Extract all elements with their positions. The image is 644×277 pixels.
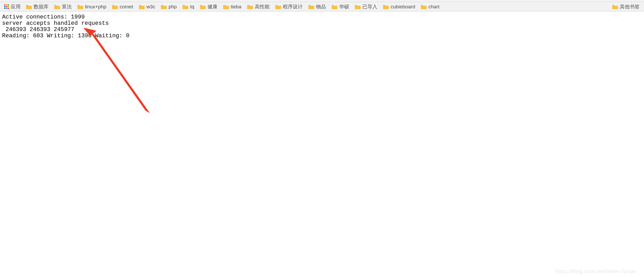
folder-icon (332, 4, 337, 9)
folder-icon (77, 4, 83, 9)
folder-icon (612, 4, 618, 9)
bookmark-folder-items[interactable]: 物品 (306, 3, 329, 11)
folder-icon (139, 4, 145, 9)
bookmark-label: 高性能 (255, 3, 270, 10)
bookmark-label: cubieboard (391, 4, 415, 10)
folder-icon (421, 4, 427, 9)
status-line-active-connections: Active connections: 1999 (2, 14, 644, 20)
bookmark-folder-database[interactable]: 数据库 (23, 3, 51, 11)
bookmark-folder-health[interactable]: 健康 (197, 3, 220, 11)
bookmark-folder-w3c[interactable]: w3c (136, 3, 158, 10)
bookmark-folder-tieba[interactable]: tieba (220, 3, 244, 10)
window-top-strip (0, 0, 644, 2)
bookmarks-bar: 应用 数据库 算法 linux+php comet w3c php tq 健康 … (0, 2, 644, 11)
bookmark-folder-php[interactable]: php (158, 3, 180, 10)
status-line-header: server accepts handled requests (2, 20, 644, 27)
bookmark-label: 已导入 (362, 3, 377, 10)
bookmark-label: 数据库 (34, 3, 48, 10)
bookmark-label: tieba (231, 4, 241, 10)
bookmark-label: 算法 (62, 3, 72, 10)
bookmark-label: w3c (147, 4, 155, 10)
bookmark-label: 程序设计 (283, 3, 303, 10)
bookmark-label: 其他书签 (620, 3, 640, 10)
folder-icon (355, 4, 361, 9)
bookmark-label: tq (190, 4, 194, 10)
bookmark-folder-high-performance[interactable]: 高性能 (244, 3, 272, 11)
watermark-text: https://blog.csdn.net/WaterYange (555, 268, 636, 274)
apps-grid-icon (4, 4, 9, 9)
folder-icon (161, 4, 167, 9)
folder-icon (308, 4, 314, 9)
bookmark-folder-linux-php[interactable]: linux+php (75, 3, 109, 10)
page-content: Active connections: 1999 server accepts … (0, 11, 644, 39)
bookmark-folder-algorithm[interactable]: 算法 (51, 3, 75, 11)
folder-icon (200, 4, 206, 9)
bookmark-label: chart (428, 4, 439, 10)
folder-icon (54, 4, 60, 9)
folder-icon (112, 4, 118, 9)
folder-icon (383, 4, 389, 9)
apps-label: 应用 (11, 3, 21, 10)
bookmark-label: 物品 (316, 3, 326, 10)
bookmark-folder-program-design[interactable]: 程序设计 (272, 3, 306, 11)
bookmark-folder-asus[interactable]: 华硕 (329, 3, 352, 11)
folder-icon (223, 4, 229, 9)
folder-icon (275, 4, 281, 9)
bookmark-label: comet (120, 4, 133, 10)
bookmark-folder-other[interactable]: 其他书签 (609, 3, 642, 11)
apps-button[interactable]: 应用 (2, 3, 23, 11)
bookmark-label: 华硕 (339, 3, 349, 10)
bookmark-label: 健康 (208, 3, 217, 10)
status-line-rw: Reading: 603 Writing: 1396 Waiting: 0 (2, 33, 644, 39)
bookmark-folder-chart[interactable]: chart (418, 3, 442, 10)
status-line-counts: 246393 246393 245977 (2, 27, 644, 33)
bookmark-folder-cubieboard[interactable]: cubieboard (380, 3, 418, 10)
bookmark-folder-comet[interactable]: comet (109, 3, 136, 10)
folder-icon (26, 4, 32, 9)
folder-icon (247, 4, 253, 9)
bookmark-folder-imported[interactable]: 已导入 (352, 3, 380, 11)
folder-icon (183, 4, 188, 9)
bookmark-label: linux+php (85, 4, 106, 10)
bookmark-folder-tq[interactable]: tq (180, 3, 197, 10)
svg-marker-1 (90, 32, 150, 113)
bookmark-label: php (168, 4, 177, 10)
